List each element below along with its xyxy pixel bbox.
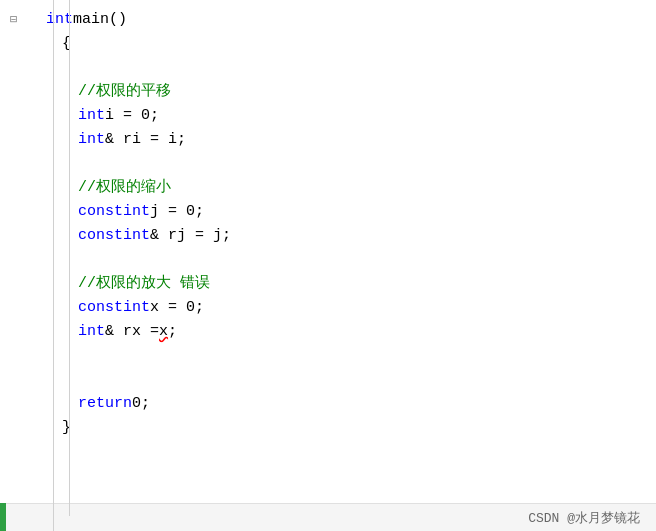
indent-guide bbox=[46, 104, 62, 128]
code-content: const int x = 0; bbox=[78, 296, 656, 320]
indent-guide bbox=[46, 32, 62, 56]
plain-token: 0; bbox=[132, 392, 150, 416]
indent-guide bbox=[46, 368, 62, 392]
table-row: int& ri = i; bbox=[0, 128, 656, 152]
code-content: int& rx = x; bbox=[78, 320, 656, 344]
indent-guide bbox=[46, 392, 62, 416]
indent-guide bbox=[62, 296, 78, 320]
table-row: int i = 0; bbox=[0, 104, 656, 128]
code-content: int i = 0; bbox=[78, 104, 656, 128]
indent-guide bbox=[62, 392, 78, 416]
footer: CSDN @水月梦镜花 bbox=[0, 503, 656, 531]
indent-guide bbox=[62, 176, 78, 200]
table-row: } bbox=[0, 416, 656, 440]
code-content: //权限的放大 错误 bbox=[78, 272, 656, 296]
table-row bbox=[0, 248, 656, 272]
code-content: //权限的缩小 bbox=[78, 176, 656, 200]
indent-guide bbox=[46, 248, 62, 272]
indent-guide bbox=[46, 344, 62, 368]
comment-token: //权限的平移 bbox=[78, 80, 171, 104]
keyword-token: int bbox=[123, 224, 150, 248]
plain-token: main() bbox=[73, 8, 127, 32]
keyword-token: int bbox=[123, 200, 150, 224]
table-row bbox=[0, 56, 656, 80]
indent-guide bbox=[62, 128, 78, 152]
table-row: const int x = 0; bbox=[0, 296, 656, 320]
plain-token: & rx = bbox=[105, 320, 159, 344]
table-row: ⊟int main() bbox=[0, 8, 656, 32]
indent-guide bbox=[46, 296, 62, 320]
table-row bbox=[0, 152, 656, 176]
code-content: const int& rj = j; bbox=[78, 224, 656, 248]
plain-token: i = 0; bbox=[105, 104, 159, 128]
table-row: const int& rj = j; bbox=[0, 224, 656, 248]
code-content: //权限的平移 bbox=[78, 80, 656, 104]
indent-guide bbox=[46, 176, 62, 200]
indent-guide bbox=[62, 320, 78, 344]
line-prefix: ⊟ bbox=[6, 8, 46, 32]
code-content: int main() bbox=[46, 8, 656, 32]
comment-token: //权限的缩小 bbox=[78, 176, 171, 200]
indent-guide bbox=[46, 320, 62, 344]
indent-guide bbox=[62, 200, 78, 224]
plain-token: j = 0; bbox=[150, 200, 204, 224]
indent-guide bbox=[62, 104, 78, 128]
code-content: { bbox=[62, 32, 656, 56]
code-area: ⊟int main() { //权限的平移 int i = 0; int& ri… bbox=[0, 0, 656, 503]
indent-guide bbox=[62, 152, 78, 176]
code-editor: ⊟int main() { //权限的平移 int i = 0; int& ri… bbox=[0, 0, 656, 531]
indent-guide bbox=[62, 344, 78, 368]
indent-guide bbox=[46, 152, 62, 176]
indent-guide bbox=[46, 200, 62, 224]
code-content: const int j = 0; bbox=[78, 200, 656, 224]
error-token: x bbox=[159, 320, 168, 344]
code-content: int& ri = i; bbox=[78, 128, 656, 152]
table-row bbox=[0, 368, 656, 392]
table-row: const int j = 0; bbox=[0, 200, 656, 224]
table-row: return 0; bbox=[0, 392, 656, 416]
table-row: //权限的缩小 bbox=[0, 176, 656, 200]
code-content: } bbox=[62, 416, 656, 440]
plain-token: ; bbox=[168, 320, 177, 344]
table-row: { bbox=[0, 32, 656, 56]
keyword-token: int bbox=[123, 296, 150, 320]
table-row bbox=[0, 344, 656, 368]
indent-guide bbox=[46, 128, 62, 152]
indent-guide bbox=[62, 272, 78, 296]
code-content: return 0; bbox=[78, 392, 656, 416]
collapse-icon[interactable]: ⊟ bbox=[10, 8, 17, 32]
plain-token: & rj = j; bbox=[150, 224, 231, 248]
indent-guide bbox=[62, 248, 78, 272]
indent-guide bbox=[46, 56, 62, 80]
indent-guide bbox=[46, 80, 62, 104]
table-row: int& rx = x; bbox=[0, 320, 656, 344]
table-row: //权限的平移 bbox=[0, 80, 656, 104]
indent-guide bbox=[62, 224, 78, 248]
indent-guide bbox=[62, 56, 78, 80]
table-row: //权限的放大 错误 bbox=[0, 272, 656, 296]
plain-token: & ri = i; bbox=[105, 128, 186, 152]
indent-guide bbox=[46, 416, 62, 440]
watermark: CSDN @水月梦镜花 bbox=[528, 509, 640, 527]
indent-guide bbox=[62, 368, 78, 392]
indent-guide bbox=[46, 272, 62, 296]
plain-token: x = 0; bbox=[150, 296, 204, 320]
comment-token: //权限的放大 错误 bbox=[78, 272, 210, 296]
indent-guide bbox=[46, 224, 62, 248]
indent-guide bbox=[62, 80, 78, 104]
